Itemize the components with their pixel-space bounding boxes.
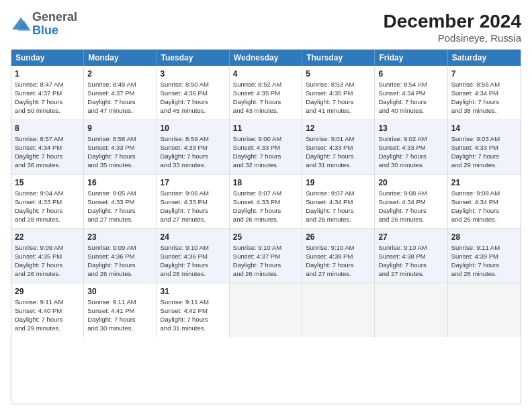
- calendar-row-1: 1Sunrise: 8:47 AMSunset: 4:37 PMDaylight…: [11, 66, 521, 120]
- day-info: Daylight: 7 hours: [87, 152, 135, 160]
- day-info: Sunset: 4:42 PM: [161, 307, 208, 314]
- day-info: and 26 minutes.: [161, 270, 206, 277]
- calendar-header: SundayMondayTuesdayWednesdayThursdayFrid…: [11, 50, 521, 66]
- calendar-cell: 7Sunrise: 8:56 AMSunset: 4:34 PMDaylight…: [448, 66, 521, 120]
- day-number: 20: [378, 177, 443, 188]
- day-info: Sunrise: 9:10 AM: [161, 244, 209, 251]
- day-info: Sunset: 4:37 PM: [233, 253, 280, 260]
- day-info: Daylight: 7 hours: [233, 152, 281, 160]
- day-number: 16: [87, 177, 152, 188]
- day-number: 4: [233, 68, 298, 79]
- calendar-cell: 24Sunrise: 9:10 AMSunset: 4:36 PMDayligh…: [157, 229, 230, 283]
- day-info: Sunrise: 9:03 AM: [451, 135, 500, 142]
- day-number: 7: [451, 68, 517, 79]
- day-info: Sunrise: 8:53 AM: [306, 81, 354, 88]
- day-info: and 28 minutes.: [15, 216, 60, 223]
- day-info: Sunrise: 9:10 AM: [306, 244, 354, 251]
- day-info: and 40 minutes.: [378, 107, 424, 114]
- day-info: and 26 minutes.: [378, 216, 424, 223]
- day-number: 28: [451, 232, 517, 242]
- calendar-cell: 1Sunrise: 8:47 AMSunset: 4:37 PMDaylight…: [11, 66, 84, 120]
- day-info: Sunset: 4:40 PM: [15, 307, 62, 314]
- day-info: and 31 minutes.: [161, 324, 206, 332]
- day-info: Sunset: 4:34 PM: [378, 198, 425, 205]
- day-info: Sunrise: 9:09 AM: [87, 244, 136, 251]
- day-info: Sunset: 4:36 PM: [161, 89, 208, 97]
- calendar-cell: 29Sunrise: 9:11 AMSunset: 4:40 PMDayligh…: [11, 283, 84, 337]
- day-number: 30: [87, 286, 152, 297]
- day-info: Sunrise: 9:05 AM: [87, 189, 136, 197]
- day-number: 2: [87, 68, 152, 79]
- calendar-cell: 20Sunrise: 9:08 AMSunset: 4:34 PMDayligh…: [375, 175, 447, 228]
- day-info: and 38 minutes.: [451, 107, 497, 114]
- page-title: December 2024: [384, 11, 521, 32]
- calendar-cell: [448, 283, 521, 337]
- day-number: 22: [15, 232, 80, 242]
- day-info: Sunset: 4:33 PM: [451, 144, 498, 151]
- day-number: 5: [306, 68, 371, 79]
- day-info: Sunset: 4:35 PM: [306, 89, 353, 97]
- day-info: Sunset: 4:34 PM: [15, 144, 62, 151]
- day-info: Daylight: 7 hours: [15, 261, 62, 269]
- logo-text: General Blue: [32, 11, 77, 38]
- calendar-cell: 15Sunrise: 9:04 AMSunset: 4:33 PMDayligh…: [11, 175, 84, 228]
- day-info: and 27 minutes.: [161, 216, 206, 223]
- day-info: Sunrise: 8:56 AM: [451, 81, 500, 88]
- day-info: and 26 minutes.: [306, 216, 351, 223]
- day-info: Sunset: 4:37 PM: [15, 89, 62, 97]
- day-number: 19: [306, 177, 371, 188]
- logo: General Blue: [11, 11, 77, 38]
- day-number: 31: [161, 286, 226, 297]
- day-number: 29: [15, 286, 80, 297]
- logo-line1: General: [32, 11, 77, 24]
- calendar-cell: 17Sunrise: 9:06 AMSunset: 4:33 PMDayligh…: [157, 175, 230, 228]
- day-info: Sunrise: 9:06 AM: [161, 189, 209, 197]
- day-info: and 50 minutes.: [15, 107, 60, 114]
- day-info: Sunrise: 9:07 AM: [233, 189, 281, 197]
- day-number: 26: [306, 232, 371, 242]
- calendar-cell: 8Sunrise: 8:57 AMSunset: 4:34 PMDaylight…: [11, 120, 84, 174]
- calendar-cell: 14Sunrise: 9:03 AMSunset: 4:33 PMDayligh…: [448, 120, 521, 174]
- day-info: Sunset: 4:33 PM: [378, 144, 425, 151]
- calendar-cell: [302, 283, 375, 337]
- day-info: Sunset: 4:33 PM: [87, 144, 134, 151]
- day-info: Daylight: 7 hours: [15, 316, 62, 323]
- day-info: Sunrise: 9:11 AM: [451, 244, 500, 251]
- calendar-cell: [375, 283, 447, 337]
- day-number: 25: [233, 232, 298, 242]
- day-info: Daylight: 7 hours: [378, 98, 426, 105]
- calendar-row-3: 15Sunrise: 9:04 AMSunset: 4:33 PMDayligh…: [11, 175, 521, 229]
- day-info: Sunset: 4:33 PM: [161, 144, 208, 151]
- day-info: and 45 minutes.: [161, 107, 206, 114]
- day-info: and 26 minutes.: [15, 270, 60, 277]
- day-number: 11: [233, 123, 298, 134]
- header-day-thursday: Thursday: [302, 50, 375, 66]
- day-info: Sunrise: 9:00 AM: [233, 135, 281, 142]
- day-info: Sunrise: 9:09 AM: [15, 244, 63, 251]
- day-info: Sunrise: 8:52 AM: [233, 81, 281, 88]
- header-day-wednesday: Wednesday: [230, 50, 302, 66]
- day-info: Daylight: 7 hours: [378, 261, 426, 269]
- day-info: and 41 minutes.: [306, 107, 351, 114]
- day-info: Sunset: 4:38 PM: [306, 253, 353, 260]
- day-number: 14: [451, 123, 517, 134]
- day-info: Sunset: 4:34 PM: [306, 198, 353, 205]
- day-info: Daylight: 7 hours: [306, 207, 353, 214]
- day-info: and 26 minutes.: [87, 270, 133, 277]
- day-info: and 29 minutes.: [15, 324, 60, 332]
- day-info: Daylight: 7 hours: [451, 98, 499, 105]
- day-info: Daylight: 7 hours: [233, 98, 281, 105]
- day-info: Sunrise: 9:11 AM: [15, 298, 63, 306]
- day-info: Sunrise: 8:47 AM: [15, 81, 63, 88]
- calendar-cell: 22Sunrise: 9:09 AMSunset: 4:35 PMDayligh…: [11, 229, 84, 283]
- day-info: Daylight: 7 hours: [451, 261, 499, 269]
- header-day-monday: Monday: [84, 50, 157, 66]
- day-number: 18: [233, 177, 298, 188]
- day-number: 10: [161, 123, 226, 134]
- calendar-body: 1Sunrise: 8:47 AMSunset: 4:37 PMDaylight…: [11, 66, 521, 337]
- calendar-cell: 2Sunrise: 8:49 AMSunset: 4:37 PMDaylight…: [84, 66, 157, 120]
- day-info: and 26 minutes.: [451, 216, 497, 223]
- day-number: 23: [87, 232, 152, 242]
- day-info: Sunset: 4:33 PM: [233, 198, 280, 205]
- day-number: 3: [161, 68, 226, 79]
